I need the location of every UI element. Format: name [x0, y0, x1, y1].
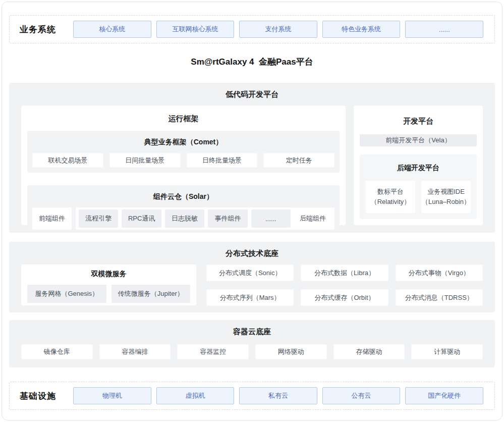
low-code-platform-panel: 低代码开发平台 运行框架 典型业务框架（Comet） 联机交易场景 日间批量场景…: [9, 83, 495, 233]
infra-public-cloud[interactable]: 公有云: [322, 387, 401, 404]
solar-backend-panel: 流程引擎 RPC通讯 日志脱敏 事件组件 ...... 后端组件: [76, 207, 334, 230]
infra-private-cloud[interactable]: 私有云: [239, 387, 317, 404]
solar-log-masking[interactable]: 日志脱敏: [165, 209, 204, 228]
comet-online-trade[interactable]: 联机交易场景: [32, 153, 103, 168]
solar-backend-components-label: 后端组件: [294, 214, 331, 223]
infra-physical-machine[interactable]: 物理机: [73, 387, 151, 404]
infrastructure-list: 物理机 虚拟机 私有云 公有云 国产化硬件: [73, 387, 483, 404]
relativity-data-platform[interactable]: 数标平台 （Relativity）: [366, 181, 415, 213]
distributed-base-panel: 分布式技术底座 双模微服务 服务网格（Genesis） 传统微服务（Jupite…: [9, 242, 495, 312]
solar-more[interactable]: ......: [251, 209, 291, 228]
business-systems-label: 业务系统: [20, 24, 73, 35]
container-cloud-title: 容器云底座: [21, 327, 483, 337]
runtime-framework-title: 运行框架: [27, 114, 340, 124]
business-system-payment[interactable]: 支付系统: [239, 21, 317, 38]
solar-rpc-comm[interactable]: RPC通讯: [122, 209, 161, 228]
platform-title: Sm@rtGalaxy 4 金融Paas平台: [9, 56, 495, 70]
dev-platform-title: 开发平台: [360, 117, 477, 126]
dual-mode-microservice-title: 双模微服务: [27, 270, 190, 279]
relativity-line2: （Relativity）: [371, 197, 411, 207]
infrastructure-section: 基础设施 物理机 虚拟机 私有云 公有云 国产化硬件: [9, 382, 495, 410]
architecture-diagram-card: 业务系统 核心系统 互联网核心系统 支付系统 特色业务系统 ...... Sm@…: [2, 2, 502, 420]
backend-dev-platform-title: 后端开发平台: [366, 164, 471, 173]
container-cloud-panel: 容器云底座 镜像仓库 容器编排 容器监控 网络驱动 存储驱动 计算驱动: [9, 320, 495, 367]
orbit-distributed-cache[interactable]: 分布式缓存（Orbit）: [301, 289, 388, 306]
tdrss-distributed-message[interactable]: 分布式消息（TDRSS）: [396, 289, 483, 306]
genesis-service-mesh[interactable]: 服务网格（Genesis）: [27, 285, 106, 303]
infrastructure-label: 基础设施: [20, 390, 73, 402]
luna-robin-business-view-ide[interactable]: 业务视图IDE （Luna–Robin）: [421, 181, 471, 213]
infra-domestic-hardware[interactable]: 国产化硬件: [405, 387, 483, 404]
luna-robin-line2: （Luna–Robin）: [422, 197, 470, 207]
solar-event-components[interactable]: 事件组件: [208, 209, 247, 228]
sonic-distributed-scheduling[interactable]: 分布式调度（Sonic）: [206, 265, 294, 281]
container-orchestration[interactable]: 容器编排: [99, 344, 171, 359]
dual-mode-microservice-box: 双模微服务 服务网格（Genesis） 传统微服务（Jupiter）: [21, 265, 196, 305]
business-system-core[interactable]: 核心系统: [73, 21, 151, 38]
luna-robin-line1: 业务视图IDE: [427, 187, 465, 197]
comet-eod-batch[interactable]: 日终批量场景: [187, 153, 258, 168]
solar-component-title: 组件云仓（Solar）: [32, 192, 334, 201]
relativity-line1: 数标平台: [377, 187, 404, 197]
virgo-distributed-transaction[interactable]: 分布式事物（Virgo）: [396, 265, 483, 281]
comet-intraday-batch[interactable]: 日间批量场景: [109, 153, 181, 168]
solar-frontend-components[interactable]: 前端组件: [32, 207, 72, 230]
business-system-special[interactable]: 特色业务系统: [322, 21, 401, 38]
libra-distributed-data[interactable]: 分布式数据（Libra）: [301, 265, 388, 281]
distributed-services-grid: 分布式调度（Sonic） 分布式数据（Libra） 分布式事物（Virgo） 分…: [206, 265, 483, 306]
business-systems-section: 业务系统 核心系统 互联网核心系统 支付系统 特色业务系统 ......: [9, 15, 495, 43]
solar-component-box: 组件云仓（Solar） 前端组件 流程引擎 RPC通讯 日志脱敏 事件组件 ..…: [27, 185, 340, 229]
network-driver[interactable]: 网络驱动: [255, 344, 327, 359]
low-code-platform-title: 低代码开发平台: [21, 90, 483, 99]
infra-virtual-machine[interactable]: 虚拟机: [156, 387, 235, 404]
mars-distributed-sequence[interactable]: 分布式序列（Mars）: [206, 289, 294, 306]
solar-process-engine[interactable]: 流程引擎: [79, 209, 118, 228]
jupiter-traditional-microservice[interactable]: 传统微服务（Jupiter）: [111, 285, 191, 303]
container-monitoring[interactable]: 容器监控: [177, 344, 249, 359]
runtime-framework-box: 运行框架 典型业务框架（Comet） 联机交易场景 日间批量场景 日终批量场景 …: [21, 106, 346, 225]
business-system-internet-core[interactable]: 互联网核心系统: [156, 21, 235, 38]
compute-driver[interactable]: 计算驱动: [411, 344, 483, 359]
image-registry[interactable]: 镜像仓库: [21, 344, 93, 359]
business-systems-list: 核心系统 互联网核心系统 支付系统 特色业务系统 ......: [73, 21, 483, 38]
business-system-more[interactable]: ......: [405, 21, 483, 38]
distributed-base-title: 分布式技术底座: [21, 249, 483, 258]
vela-frontend-dev-platform[interactable]: 前端开发平台（Vela）: [360, 134, 477, 146]
comet-framework-title: 典型业务框架（Comet）: [32, 138, 334, 147]
comet-scheduled-task[interactable]: 定时任务: [263, 153, 334, 168]
storage-driver[interactable]: 存储驱动: [333, 344, 405, 359]
dev-platform-box: 开发平台 前端开发平台（Vela） 后端开发平台 数标平台 （Relativit…: [354, 106, 483, 225]
backend-dev-platform-box: 后端开发平台 数标平台 （Relativity） 业务视图IDE （Luna–R…: [360, 154, 477, 219]
comet-framework-box: 典型业务框架（Comet） 联机交易场景 日间批量场景 日终批量场景 定时任务: [27, 131, 340, 173]
